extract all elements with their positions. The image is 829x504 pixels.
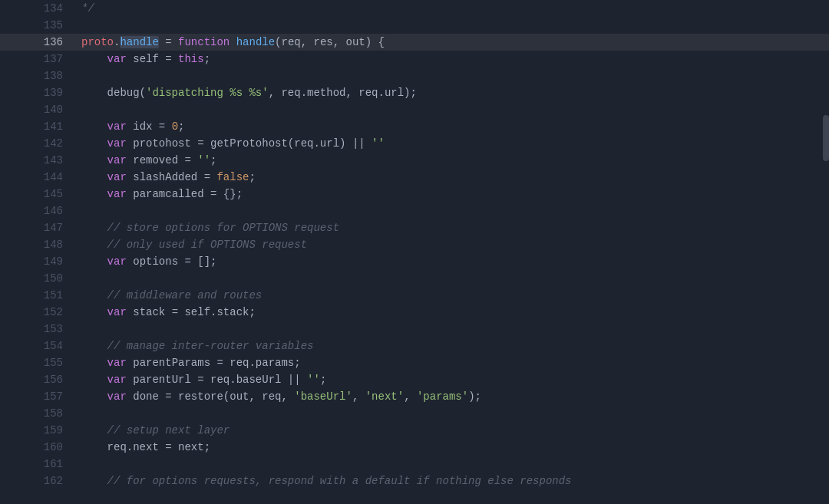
line-number: 147 [0,222,75,234]
line-number: 151 [0,289,75,301]
code-line: 144 var slashAdded = false; [0,169,829,186]
code-line: 154 // manage inter-router variables [0,338,829,354]
code-line: 142 var protohost = getProtohost(req.url… [0,135,829,152]
line-number: 145 [0,188,75,200]
line-number: 143 [0,154,75,166]
line-number: 144 [0,171,75,183]
line-content: var stack = self.stack; [75,306,829,318]
code-line: 137 var self = this; [0,51,829,68]
line-number: 139 [0,87,75,99]
code-line: 150 [0,270,829,287]
line-content: var paramcalled = {}; [75,188,829,200]
code-line: 160 req.next = next; [0,439,829,456]
line-number: 137 [0,53,75,65]
line-number: 154 [0,340,75,352]
code-line: 158 [0,405,829,422]
line-number: 142 [0,137,75,150]
line-content: proto.handle = function handle(req, res,… [75,36,829,48]
code-line: 139 debug('dispatching %s %s', req.metho… [0,84,829,101]
code-line: 155 var parentParams = req.params; [0,354,829,371]
line-content: var done = restore(out, req, 'baseUrl', … [75,390,829,403]
line-content: // only used if OPTIONS request [75,239,829,251]
line-number: 160 [0,441,75,453]
code-line: 156 var parentUrl = req.baseUrl || ''; [0,371,829,388]
code-line: 148 // only used if OPTIONS request [0,236,829,253]
line-number: 155 [0,357,75,369]
line-number: 141 [0,120,75,133]
line-content: var parentParams = req.params; [75,357,829,369]
code-line: 152 var stack = self.stack; [0,304,829,321]
line-content: // setup next layer [75,424,829,436]
line-content: var removed = ''; [75,154,829,166]
line-content: // for options requests, respond with a … [75,475,829,487]
line-number: 158 [0,407,75,420]
code-line: 147 // store options for OPTIONS request [0,219,829,236]
line-number: 150 [0,272,75,285]
line-content: debug('dispatching %s %s', req.method, r… [75,87,829,99]
code-line: 134*/ [0,0,829,17]
code-line: 149 var options = []; [0,253,829,270]
line-number: 135 [0,19,75,31]
line-number: 153 [0,323,75,335]
line-number: 146 [0,205,75,217]
line-content: var parentUrl = req.baseUrl || ''; [75,374,829,386]
line-number: 136 [0,36,75,48]
line-content: var idx = 0; [75,120,829,133]
code-line: 136proto.handle = function handle(req, r… [0,34,829,51]
line-number: 140 [0,104,75,116]
line-number: 156 [0,374,75,386]
code-line: 162 // for options requests, respond wit… [0,473,829,489]
line-number: 161 [0,458,75,470]
line-content: // store options for OPTIONS request [75,222,829,234]
line-content: */ [75,2,829,15]
line-number: 138 [0,70,75,82]
line-content: // middleware and routes [75,289,829,301]
line-content: var protohost = getProtohost(req.url) ||… [75,137,829,150]
code-line: 161 [0,456,829,473]
scrollbar[interactable] [823,115,829,161]
line-number: 162 [0,475,75,487]
editor: 134*/135136proto.handle = function handl… [0,0,829,504]
line-number: 149 [0,255,75,268]
code-line: 146 [0,203,829,219]
code-line: 159 // setup next layer [0,422,829,439]
code-line: 135 [0,17,829,34]
line-content: var slashAdded = false; [75,171,829,183]
line-content: var self = this; [75,53,829,65]
code-line: 157 var done = restore(out, req, 'baseUr… [0,388,829,405]
line-number: 152 [0,306,75,318]
line-content: var options = []; [75,255,829,268]
code-line: 143 var removed = ''; [0,152,829,169]
line-content: req.next = next; [75,441,829,453]
line-number: 159 [0,424,75,436]
code-line: 153 [0,321,829,338]
code-line: 140 [0,101,829,118]
line-number: 148 [0,239,75,251]
line-number: 134 [0,2,75,15]
code-line: 138 [0,68,829,84]
line-content: // manage inter-router variables [75,340,829,352]
line-number: 157 [0,390,75,403]
code-line: 141 var idx = 0; [0,118,829,135]
code-line: 145 var paramcalled = {}; [0,186,829,203]
code-line: 151 // middleware and routes [0,287,829,304]
code-lines: 134*/135136proto.handle = function handl… [0,0,829,504]
